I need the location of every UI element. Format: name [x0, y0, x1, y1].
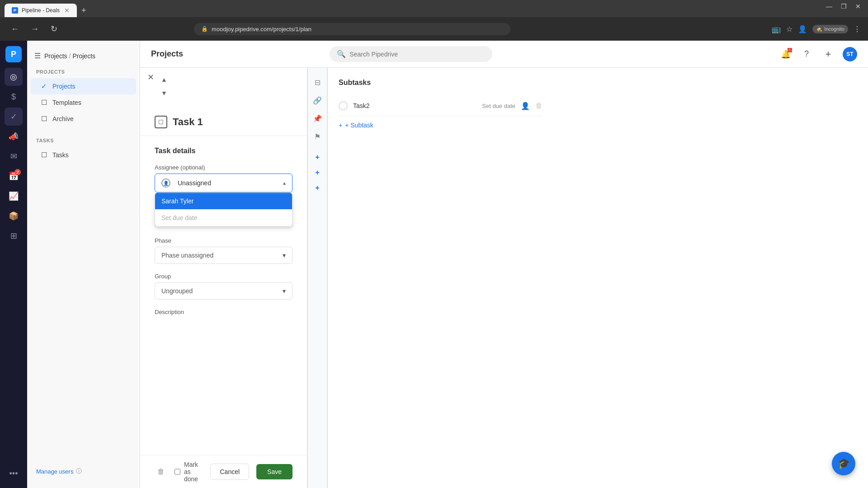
subtask-delete-button[interactable]: 🗑 [535, 102, 542, 110]
page-title: Projects [151, 49, 183, 59]
help-button[interactable]: ? [799, 47, 814, 61]
breadcrumb: Projects / Projects [44, 52, 95, 60]
add-subtask-label: + Subtask [345, 122, 373, 129]
description-label: Description [155, 309, 292, 315]
panel-controls: ✕ ▲ ▼ [140, 68, 307, 105]
chatbot-icon: 🎓 [838, 458, 850, 469]
minimize-button[interactable]: — [825, 3, 834, 10]
sidebar-icon-activity[interactable]: ◎ [5, 68, 23, 86]
top-header: Projects 🔍 🔔 ! ? + ST [140, 41, 868, 68]
forward-button[interactable]: → [27, 23, 42, 36]
nav-item-projects-label: Projects [52, 83, 75, 90]
sidebar-icon-projects[interactable]: ✓ [5, 108, 23, 126]
set-due-date-option[interactable]: Set due date [155, 209, 292, 226]
activity-icon: ◎ [10, 72, 17, 82]
sidebar-icon-tasks[interactable]: 📅 2 [5, 167, 23, 185]
pin-icon[interactable]: 📌 [310, 111, 325, 126]
mark-done-label-text: Mark as done [184, 461, 203, 483]
add-item-button-1[interactable]: + [311, 151, 324, 164]
left-nav-panel: ☰ Projects / Projects PROJECTS ✓ Project… [27, 41, 140, 488]
app-logo[interactable]: P [5, 46, 22, 62]
sidebar-icon-reports[interactable]: 📈 [5, 187, 23, 205]
add-new-button[interactable]: + [820, 46, 836, 62]
flag-icon[interactable]: ⚑ [310, 129, 325, 144]
extensions-button[interactable]: ⋮ [854, 25, 861, 33]
search-input[interactable] [349, 51, 485, 58]
close-window-button[interactable]: ✕ [854, 3, 863, 10]
chatbot-fab-button[interactable]: 🎓 [832, 452, 855, 475]
sidebar-icon-dashboard[interactable]: ⊞ [5, 227, 23, 245]
subtask-assign-button[interactable]: 👤 [521, 102, 530, 110]
tasks-section-label: TASKS [27, 131, 140, 147]
mark-done-checkbox[interactable] [175, 468, 180, 475]
task-form-scroll: ☐ Task 1 Task details Assignee (optional… [140, 105, 307, 455]
nav-item-archive[interactable]: ☐ Archive [31, 111, 136, 127]
manage-users-link[interactable]: Manage users ⓘ [27, 462, 140, 481]
nav-item-templates[interactable]: ☐ Templates [31, 94, 136, 111]
save-button[interactable]: Save [256, 464, 292, 479]
phase-value: Phase unassigned [161, 252, 213, 259]
reload-button[interactable]: ↻ [47, 22, 61, 36]
cancel-button[interactable]: Cancel [210, 464, 249, 480]
add-item-button-2[interactable]: + [311, 166, 324, 179]
nav-arrows: ▲ ▼ [158, 73, 170, 99]
address-bar[interactable]: 🔒 moodjoy.pipedrive.com/projects/1/plan [194, 23, 510, 35]
header-title: Projects [151, 49, 183, 58]
projects-nav-icon: ✓ [40, 82, 48, 90]
mark-done-checkbox-label[interactable]: Mark as done [175, 461, 203, 483]
mail-icon: ✉ [10, 151, 17, 161]
phase-select[interactable]: Phase unassigned ▾ [155, 247, 292, 264]
next-task-button[interactable]: ▼ [158, 87, 170, 99]
subtask-name: Task2 [353, 102, 476, 109]
link-icon[interactable]: 🔗 [310, 93, 325, 108]
bookmark-star-button[interactable]: ☆ [786, 25, 793, 33]
prev-task-button[interactable]: ▲ [158, 73, 170, 86]
user-avatar[interactable]: ST [843, 47, 857, 61]
group-label: Group [155, 273, 292, 280]
breadcrumb-current: Projects [72, 52, 95, 60]
new-tab-button[interactable]: + [78, 4, 90, 17]
templates-nav-icon: ☐ [40, 99, 48, 107]
announcements-icon: 📣 [9, 131, 19, 141]
assignee-label: Assignee (optional) [155, 164, 292, 171]
delete-task-button[interactable]: 🗑 [155, 465, 167, 479]
nav-item-tasks-label: Tasks [52, 151, 69, 159]
assignee-dropdown[interactable]: 👤 Unassigned ▴ Sarah Tyler Set due date [155, 174, 292, 192]
notifications-button[interactable]: 🔔 ! [778, 47, 793, 61]
logo-letter: P [11, 50, 16, 59]
add-subtask-button[interactable]: + + Subtask [339, 116, 542, 134]
assignee-option-sarah-tyler[interactable]: Sarah Tyler [155, 193, 292, 209]
profile-button[interactable]: 👤 [798, 25, 807, 33]
panel-toggle-icon[interactable]: ⊟ [310, 75, 325, 89]
archive-nav-icon: ☐ [40, 115, 48, 123]
back-button[interactable]: ← [7, 23, 23, 36]
active-tab[interactable]: P Pipeline - Deals ✕ [5, 4, 77, 17]
group-select[interactable]: Ungrouped ▾ [155, 282, 292, 300]
subtask-item: Task2 Set due date 👤 🗑 [339, 96, 542, 116]
header-search-bar[interactable]: 🔍 [330, 46, 492, 62]
sidebar-icon-deals[interactable]: $ [5, 88, 23, 106]
tasks-nav-icon: ☐ [40, 151, 48, 159]
subtask-actions: Set due date 👤 🗑 [482, 102, 542, 110]
icon-sidebar: P ◎ $ ✓ 📣 ✉ 📅 2 📈 📦 ⊞ [0, 41, 27, 488]
subtask-due-date-button[interactable]: Set due date [482, 103, 515, 109]
sidebar-icon-announcements[interactable]: 📣 [5, 127, 23, 145]
task-footer: 🗑 Mark as done Cancel Save [140, 455, 307, 488]
add-item-button-3[interactable]: + [311, 182, 324, 194]
sidebar-icon-more[interactable]: ••• [5, 465, 23, 483]
url-text: moodjoy.pipedrive.com/projects/1/plan [212, 26, 311, 33]
subtask-checkbox[interactable] [339, 101, 348, 110]
assignee-trigger[interactable]: 👤 Unassigned ▴ [155, 174, 292, 192]
maximize-button[interactable]: ❐ [839, 3, 848, 10]
nav-item-tasks[interactable]: ☐ Tasks [31, 147, 136, 163]
cast-button[interactable]: 📺 [772, 25, 781, 33]
close-panel-button[interactable]: ✕ [147, 73, 154, 81]
breadcrumb-separator: / [69, 52, 71, 60]
sidebar-icon-mail[interactable]: ✉ [5, 147, 23, 165]
group-dropdown-arrow: ▾ [283, 287, 286, 295]
nav-item-templates-label: Templates [52, 99, 81, 106]
sidebar-icon-products[interactable]: 📦 [5, 207, 23, 225]
sidebar-toggle-icon[interactable]: ☰ [34, 52, 41, 60]
tab-close-button[interactable]: ✕ [64, 7, 70, 14]
nav-item-projects[interactable]: ✓ Projects [31, 78, 136, 94]
